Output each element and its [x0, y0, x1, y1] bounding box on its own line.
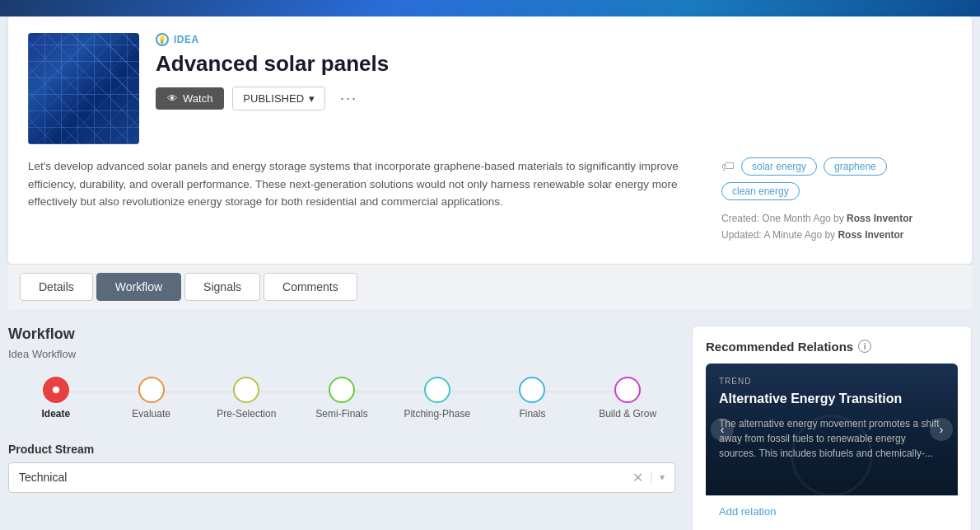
eye-icon: 👁: [167, 92, 178, 105]
stage-build-grow: Build & Grow: [580, 377, 675, 420]
more-icon: ···: [340, 90, 357, 106]
tabs-bar: Details Workflow Signals Comments: [8, 265, 972, 309]
published-button[interactable]: PUBLISHED ▾: [232, 87, 325, 110]
tag-graphene[interactable]: graphene: [824, 157, 887, 176]
tag-icon: 🏷: [721, 159, 735, 174]
idea-icon: 💡: [156, 33, 169, 46]
thumbnail-image: [28, 33, 139, 144]
stage-label-ideate: Ideate: [42, 408, 71, 420]
tab-details[interactable]: Details: [20, 273, 93, 301]
published-label: PUBLISHED: [243, 92, 304, 105]
more-options-button[interactable]: ···: [334, 87, 364, 110]
stage-label-finals: Finals: [519, 408, 545, 420]
tags-row: 🏷 solar energy graphene clean energy: [721, 157, 952, 200]
updated-by: by: [824, 229, 838, 241]
tab-workflow[interactable]: Workflow: [96, 273, 181, 301]
tab-workflow-label: Workflow: [115, 280, 162, 293]
stage-ideate: Ideate: [8, 377, 104, 420]
clear-icon[interactable]: ✕: [632, 470, 643, 485]
workflow-stages: Ideate Evaluate Pre-Selection Semi-Final…: [8, 377, 675, 420]
stage-evaluate: Evaluate: [104, 377, 199, 420]
stage-label-preselection: Pre-Selection: [217, 408, 276, 420]
trend-label: TREND: [719, 377, 945, 386]
meta-info: Created: One Month Ago by Ross Inventor …: [721, 210, 952, 244]
chevron-down-icon: ▾: [309, 92, 315, 105]
idea-badge: 💡 IDEA: [156, 33, 952, 46]
trend-card: TREND Alternative Energy Transition The …: [706, 363, 958, 526]
recommended-panel: Recommended Relations i TREND Alternativ…: [692, 326, 972, 530]
tag-clean-energy[interactable]: clean energy: [721, 182, 800, 200]
right-panel: Recommended Relations i TREND Alternativ…: [692, 326, 972, 530]
content-section: Let's develop advanced solar panels and …: [28, 144, 952, 251]
trend-description: The alternative energy movement promotes…: [719, 416, 945, 461]
body-section: Workflow Idea Workflow Ideate Evaluate: [8, 309, 972, 530]
add-relation-row: Add relation: [706, 495, 958, 526]
tab-comments-label: Comments: [282, 280, 338, 293]
tags-section: 🏷 solar energy graphene clean energy Cre…: [721, 157, 952, 244]
product-stream-label: Product Stream: [8, 443, 675, 456]
top-banner: [0, 0, 980, 16]
tab-signals-label: Signals: [203, 280, 241, 293]
stage-preselection: Pre-Selection: [198, 377, 294, 420]
stage-label-evaluate: Evaluate: [132, 408, 170, 420]
action-row: 👁 Watch PUBLISHED ▾ ···: [156, 87, 952, 110]
product-stream-select[interactable]: Technical ✕ | ▾: [8, 462, 675, 493]
tag-solar-energy[interactable]: solar energy: [741, 157, 817, 176]
description-text: Let's develop advanced solar panels and …: [28, 157, 697, 244]
stage-circle-build-grow: [614, 377, 641, 403]
tab-details-label: Details: [39, 280, 74, 293]
info-icon: i: [858, 340, 871, 353]
recommended-title: Recommended Relations i: [706, 340, 958, 354]
stage-semifinals: Semi-Finals: [294, 377, 390, 420]
updated-label: Updated: A Minute Ago: [721, 229, 822, 241]
stage-label-pitching: Pitching-Phase: [404, 408, 470, 420]
workflow-sub-title: Idea Workflow: [8, 348, 675, 360]
trend-card-wrapper: TREND Alternative Energy Transition The …: [706, 363, 958, 526]
product-stream-section: Product Stream Technical ✕ | ▾: [8, 443, 675, 493]
workflow-section-title: Workflow: [8, 326, 675, 343]
add-relation-link[interactable]: Add relation: [719, 505, 776, 518]
stage-label-build-grow: Build & Grow: [599, 408, 656, 420]
svg-point-0: [53, 387, 59, 393]
created-meta: Created: One Month Ago by Ross Inventor: [721, 210, 952, 227]
recommended-title-text: Recommended Relations: [706, 340, 853, 354]
stage-circle-pitching: [424, 377, 450, 403]
stage-circle-ideate: [43, 377, 69, 403]
pipe-divider: |: [650, 471, 653, 484]
chevron-down-icon: ▾: [660, 471, 665, 483]
badge-label: IDEA: [174, 34, 199, 45]
page-title: Advanced solar panels: [156, 51, 952, 77]
header-content: 💡 IDEA Advanced solar panels 👁 Watch PUB…: [156, 33, 952, 110]
left-panel: Workflow Idea Workflow Ideate Evaluate: [8, 326, 692, 530]
main-card: 💡 IDEA Advanced solar panels 👁 Watch PUB…: [8, 16, 972, 264]
tab-comments[interactable]: Comments: [264, 273, 357, 301]
updated-meta: Updated: A Minute Ago by Ross Inventor: [721, 227, 952, 243]
stage-pitching: Pitching-Phase: [390, 377, 485, 420]
header-row: 💡 IDEA Advanced solar panels 👁 Watch PUB…: [28, 33, 952, 144]
watch-button[interactable]: 👁 Watch: [156, 87, 224, 110]
updated-author: Ross Inventor: [838, 229, 903, 241]
active-dot-icon: [52, 386, 60, 394]
tab-signals[interactable]: Signals: [184, 273, 260, 301]
trend-card-bg: TREND Alternative Energy Transition The …: [706, 363, 958, 495]
select-controls: ✕ | ▾: [632, 470, 665, 485]
stage-circle-preselection: [233, 377, 259, 403]
stage-circle-semifinals: [329, 377, 355, 403]
watch-label: Watch: [183, 92, 212, 105]
stage-label-semifinals: Semi-Finals: [315, 408, 367, 420]
stage-circle-finals: [519, 377, 545, 403]
stage-circle-evaluate: [138, 377, 165, 403]
created-label: Created: One Month Ago: [721, 213, 831, 224]
product-stream-value: Technical: [19, 471, 67, 484]
trend-title: Alternative Energy Transition: [719, 391, 945, 408]
stage-finals: Finals: [485, 377, 581, 420]
created-author: Ross Inventor: [847, 213, 912, 224]
created-by: by: [833, 213, 847, 224]
